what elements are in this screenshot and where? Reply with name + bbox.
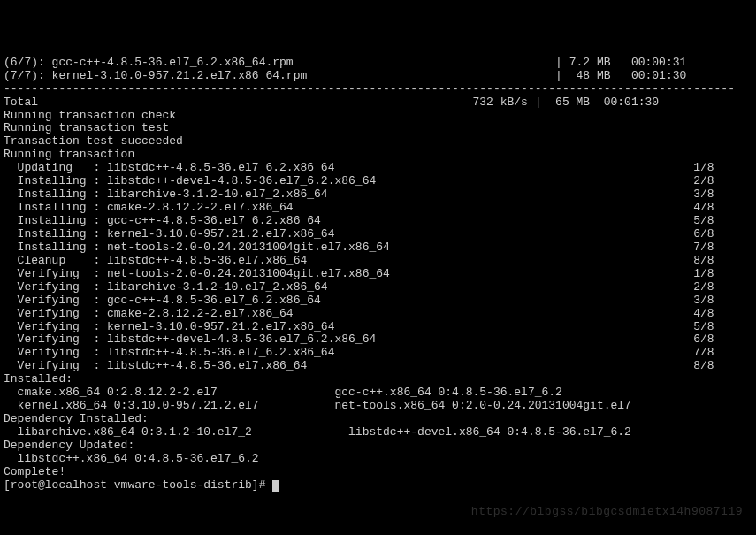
terminal-line: Installing : net-tools-2.0-0.24.20131004… <box>4 241 752 255</box>
terminal-line: Installed: <box>4 373 752 386</box>
terminal-line: (6/7): gcc-c++-4.8.5-36.el7_6.2.x86_64.r… <box>4 57 752 70</box>
terminal-line: Running transaction <box>4 149 752 162</box>
terminal-line: Installing : cmake-2.8.12.2-2.el7.x86_64… <box>4 202 752 215</box>
terminal-line: Verifying : kernel-3.10.0-957.21.2.el7.x… <box>4 321 752 334</box>
terminal-output: (6/7): gcc-c++-4.8.5-36.el7_6.2.x86_64.r… <box>4 57 752 493</box>
terminal-line: (7/7): kernel-3.10.0-957.21.2.el7.x86_64… <box>4 70 752 83</box>
terminal-line: Transaction test succeeded <box>4 135 752 149</box>
terminal-line: Verifying : libarchive-3.1.2-10.el7_2.x8… <box>4 281 752 294</box>
terminal-line: libarchive.x86_64 0:3.1.2-10.el7_2 libst… <box>4 426 752 439</box>
terminal-line: Installing : libarchive-3.1.2-10.el7_2.x… <box>4 188 752 202</box>
cursor-icon <box>272 480 279 492</box>
terminal-line: Verifying : gcc-c++-4.8.5-36.el7_6.2.x86… <box>4 294 752 308</box>
terminal-line: Installing : libstdc++-devel-4.8.5-36.el… <box>4 175 752 188</box>
terminal-line: ----------------------------------------… <box>4 83 752 96</box>
terminal-line: Updating : libstdc++-4.8.5-36.el7_6.2.x8… <box>4 162 752 175</box>
terminal-line: libstdc++.x86_64 0:4.8.5-36.el7_6.2 <box>4 453 752 466</box>
terminal-line: kernel.x86_64 0:3.10.0-957.21.2.el7 net-… <box>4 400 752 413</box>
terminal-line: Verifying : libstdc++-4.8.5-36.el7_6.2.x… <box>4 347 752 360</box>
terminal-line: Installing : gcc-c++-4.8.5-36.el7_6.2.x8… <box>4 215 752 228</box>
terminal-line: Dependency Installed: <box>4 413 752 426</box>
terminal-line: Verifying : net-tools-2.0-0.24.20131004g… <box>4 268 752 281</box>
watermark-text: https://blbgss/bibgcsdmietxi4h9087119 <box>471 506 743 519</box>
terminal-line: Complete! <box>4 466 752 479</box>
terminal-line: Cleanup : libstdc++-4.8.5-36.el7.x86_64 … <box>4 255 752 268</box>
terminal-line: Running transaction check <box>4 110 752 123</box>
terminal-line: Dependency Updated: <box>4 439 752 453</box>
terminal-line: Verifying : cmake-2.8.12.2-2.el7.x86_64 … <box>4 308 752 321</box>
terminal-line: cmake.x86_64 0:2.8.12.2-2.el7 gcc-c++.x8… <box>4 386 752 400</box>
terminal-line: Verifying : libstdc++-devel-4.8.5-36.el7… <box>4 333 752 347</box>
terminal-line: Installing : kernel-3.10.0-957.21.2.el7.… <box>4 228 752 241</box>
terminal-line: Verifying : libstdc++-4.8.5-36.el7.x86_6… <box>4 360 752 373</box>
terminal-line: Running transaction test <box>4 122 752 135</box>
shell-prompt[interactable]: [root@localhost vmware-tools-distrib]# <box>4 479 752 493</box>
terminal-line: Total 732 kB/s | 65 MB 00:01:30 <box>4 96 752 110</box>
